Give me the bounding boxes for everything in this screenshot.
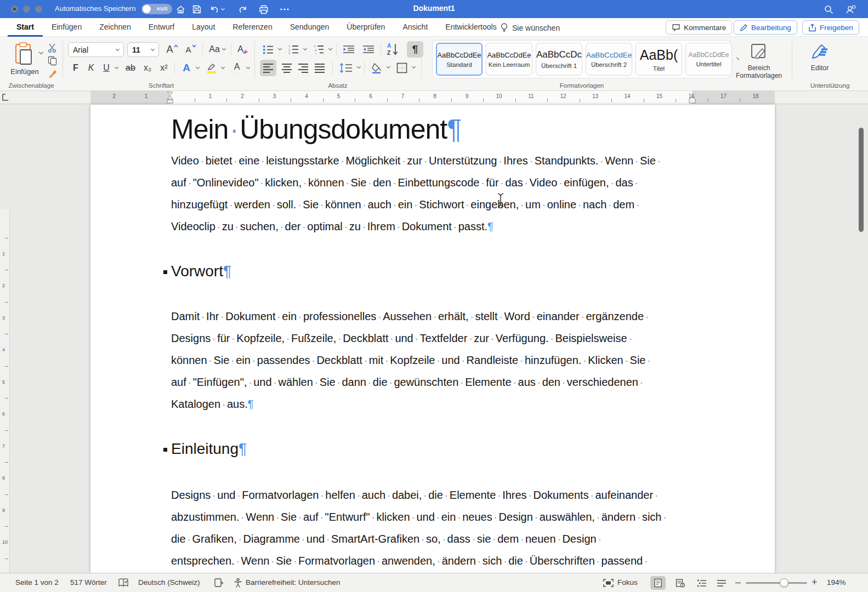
underline-button[interactable]: U [100, 61, 113, 75]
document-page[interactable]: Mein·Übungsdokument¶ Video·bietet·eine·l… [90, 105, 775, 573]
shrink-font-button[interactable]: A [183, 42, 198, 56]
language-indicator[interactable]: Deutsch (Schweiz) [138, 578, 200, 587]
heading-einleitung[interactable]: Einleitung¶ [171, 440, 247, 458]
numbered-list-button[interactable]: 123 [285, 42, 302, 56]
document-heading-title[interactable]: Mein·Übungsdokument¶ [171, 113, 461, 145]
document-text-line[interactable]: Katalogen·aus.¶ [171, 393, 708, 415]
text-effects-button[interactable]: A [179, 61, 194, 75]
style-card-title[interactable]: AaBb(Titel [636, 43, 682, 76]
paste-button[interactable] [11, 41, 36, 66]
change-case-button[interactable]: Aa [206, 42, 228, 56]
tell-me-control[interactable]: Sie wünschen [500, 22, 560, 33]
editing-mode-button[interactable]: Bearbeitung [734, 20, 797, 35]
paragraph[interactable]: Designs·und·Formatvorlagen·helfen·auch·d… [171, 484, 708, 572]
paragraph[interactable]: Damit·Ihr·Dokument·ein·professionelles·A… [171, 305, 708, 415]
clear-formatting-button[interactable]: A [235, 42, 251, 56]
zoom-in-button[interactable]: + [812, 577, 818, 588]
align-right-button[interactable] [295, 60, 311, 76]
editor-button[interactable] [807, 41, 832, 62]
ribbon-tab-8[interactable]: Überprüfen [338, 18, 394, 37]
copy-icon[interactable] [46, 55, 58, 66]
draft-view-button[interactable] [714, 576, 729, 590]
zoom-slider-thumb[interactable] [780, 578, 788, 587]
italic-button[interactable]: K [84, 61, 98, 75]
zoom-level[interactable]: 194% [827, 578, 846, 587]
document-text-line[interactable]: die·Grafiken,·Diagramme·und·SmartArt-Gra… [171, 528, 708, 550]
multilevel-list-chevron-icon[interactable] [328, 47, 332, 50]
shading-button[interactable] [368, 60, 385, 76]
search-icon[interactable] [822, 3, 835, 15]
indent-markers-icon[interactable] [166, 92, 174, 104]
ribbon-tab-9[interactable]: Ansicht [394, 18, 436, 37]
share-user-icon[interactable] [844, 3, 856, 15]
paste-dropdown-chevron-icon[interactable] [39, 50, 43, 54]
style-card-standard[interactable]: AaBbCcDdEeStandard [436, 43, 483, 76]
document-text-line[interactable]: Videoclip·zu·suchen,·der·optimal·zu·Ihre… [171, 215, 708, 237]
grow-font-button[interactable]: A [164, 42, 180, 56]
sort-button[interactable]: AZ [384, 41, 402, 58]
accessibility-status[interactable]: Barrierefreiheit: Untersuchen [246, 578, 341, 587]
ribbon-tab-4[interactable]: Entwurf [140, 18, 183, 37]
borders-chevron-icon[interactable] [412, 65, 416, 69]
cut-icon[interactable] [46, 42, 58, 53]
numbered-list-chevron-icon[interactable] [303, 47, 307, 50]
proofing-icon[interactable] [118, 578, 129, 588]
bullet-list-chevron-icon[interactable] [278, 47, 282, 50]
text-effects-chevron-icon[interactable] [196, 65, 200, 69]
zoom-slider[interactable] [746, 582, 807, 584]
format-painter-icon[interactable] [46, 69, 58, 79]
outline-view-button[interactable] [694, 576, 710, 590]
word-count[interactable]: 517 Wörter [70, 578, 107, 587]
justify-button[interactable] [311, 60, 328, 76]
accessibility-icon[interactable] [233, 578, 243, 588]
ribbon-tab-6[interactable]: Referenzen [224, 18, 281, 37]
ribbon-tab-1[interactable]: Start [8, 18, 43, 37]
bold-button[interactable]: F [69, 61, 82, 75]
document-text-line[interactable]: abzustimmen.·Wenn·Sie·auf·"Entwurf"·klic… [171, 506, 708, 528]
page-indicator[interactable]: Seite 1 von 2 [15, 578, 59, 587]
ribbon-tab-7[interactable]: Sendungen [281, 18, 338, 37]
font-color-chevron-icon[interactable] [246, 65, 250, 69]
document-text-line[interactable]: hinzugefügt·werden·soll.·Sie·können·auch… [171, 193, 708, 215]
style-card-subtitle[interactable]: AaBbCcDdEeUntertitel [685, 43, 732, 76]
comments-button[interactable]: Kommentare [666, 20, 732, 35]
font-color-button[interactable]: A [229, 61, 245, 75]
subscript-button[interactable]: x₂ [140, 61, 155, 75]
document-text-line[interactable]: können·Sie·ein·passendes·Deckblatt·mit·K… [171, 349, 708, 371]
highlight-button[interactable] [204, 61, 219, 75]
style-card-h2[interactable]: AaBbCcDdEeÜberschrift 2 [586, 43, 632, 76]
document-text-line[interactable]: Designs·und·Formatvorlagen·helfen·auch·d… [171, 484, 708, 506]
document-text-line[interactable]: Designs·für·Kopfzeile,·Fußzeile,·Deckbla… [171, 327, 708, 349]
document-text-line[interactable]: Video·bietet·eine·leistungsstarke·Möglic… [171, 150, 708, 172]
zoom-out-button[interactable]: − [735, 577, 741, 589]
document-text-line[interactable]: auf·"Einfügen",·und·wählen·Sie·dann·die·… [171, 371, 708, 393]
bullet-list-button[interactable] [260, 42, 276, 56]
line-spacing-button[interactable] [337, 60, 355, 76]
focus-label[interactable]: Fokus [617, 578, 638, 587]
focus-icon[interactable] [603, 579, 614, 587]
line-spacing-chevron-icon[interactable] [357, 65, 361, 69]
shading-chevron-icon[interactable] [387, 65, 390, 69]
font-size-select[interactable]: 11 [127, 42, 159, 57]
vertical-ruler[interactable]: 123456789101112 [0, 209, 10, 592]
highlight-chevron-icon[interactable] [221, 65, 225, 69]
styles-gallery-more-icon[interactable] [736, 57, 739, 60]
ribbon-tab-3[interactable]: Zeichnen [90, 18, 140, 37]
tab-selector-icon[interactable] [2, 93, 9, 102]
ribbon-tab-5[interactable]: Layout [183, 18, 224, 37]
superscript-button[interactable]: x² [157, 61, 171, 75]
increase-indent-button[interactable] [360, 42, 377, 56]
strikethrough-button[interactable]: ab [123, 61, 138, 75]
multilevel-list-button[interactable]: 1ai [310, 42, 327, 56]
document-text-line[interactable]: Damit·Ihr·Dokument·ein·professionelles·A… [171, 305, 708, 327]
ribbon-tab-2[interactable]: Einfügen [43, 18, 90, 37]
borders-button[interactable] [394, 60, 410, 76]
vertical-scrollbar-thumb[interactable] [859, 128, 864, 232]
reading-view-button[interactable] [672, 576, 688, 590]
styles-pane-button[interactable] [741, 41, 776, 63]
align-left-button[interactable] [260, 60, 276, 76]
heading-vorwort[interactable]: Vorwort¶ [171, 263, 231, 280]
style-card-h1[interactable]: AaBbCcDcÜberschrift 1 [536, 43, 582, 76]
text-settings-icon[interactable] [214, 578, 224, 588]
document-text-line[interactable]: auf·"Onlinevideo"·klicken,·können·Sie·de… [171, 172, 708, 193]
